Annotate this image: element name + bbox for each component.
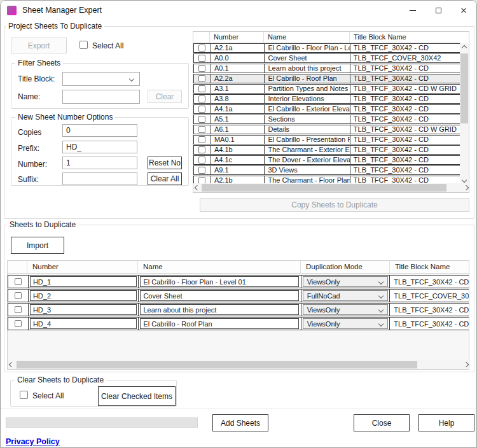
close-button[interactable]: Close bbox=[354, 414, 410, 431]
project-sheet-row[interactable]: A0.0Cover SheetTLB_TFCF_COVER_30X42 bbox=[193, 53, 461, 63]
row-checkbox[interactable] bbox=[198, 126, 205, 133]
title-bar[interactable]: Sheet Manager Expert × bbox=[1, 1, 476, 20]
scroll-right-arrow[interactable] bbox=[462, 360, 469, 369]
row-checkbox[interactable] bbox=[198, 157, 205, 164]
project-sheet-row[interactable]: A3.8Interior ElevationsTLB_TFCF_30X42 - … bbox=[193, 94, 461, 104]
row-checkbox-cell bbox=[194, 85, 211, 93]
horizontal-scrollbar[interactable] bbox=[8, 360, 469, 369]
duplicate-name-input[interactable] bbox=[140, 276, 299, 287]
row-checkbox-cell bbox=[194, 64, 211, 73]
duplication-mode-dropdown[interactable]: FullNoCad bbox=[303, 290, 388, 301]
title-block-column-header: Title Block Name bbox=[350, 32, 461, 43]
project-sheet-row[interactable]: MA0.1El Cabrillo - Presentation PlanTLB_… bbox=[193, 135, 461, 144]
row-checkbox[interactable] bbox=[198, 45, 205, 52]
row-checkbox[interactable] bbox=[198, 55, 205, 62]
vertical-scrollbar[interactable] bbox=[460, 43, 469, 185]
duplicate-number-input[interactable] bbox=[30, 276, 137, 287]
number-cell bbox=[28, 318, 139, 330]
row-checkbox[interactable] bbox=[198, 75, 205, 82]
chevron-down-icon bbox=[462, 178, 467, 183]
add-sheets-button[interactable]: Add Sheets bbox=[212, 414, 268, 431]
row-checkbox[interactable] bbox=[198, 85, 205, 92]
scroll-left-arrow[interactable] bbox=[193, 183, 201, 192]
duplicate-sheet-row[interactable]: ViewsOnlyTLB_TFCF_30X42 - CD bbox=[8, 317, 469, 330]
project-sheet-row[interactable]: A4.1bThe Charmant - Exterior ElevaTLB_TF… bbox=[193, 145, 461, 155]
name-filter-input[interactable] bbox=[62, 90, 140, 104]
row-checkbox[interactable] bbox=[198, 116, 205, 123]
row-checkbox[interactable] bbox=[15, 320, 22, 327]
project-sheet-row[interactable]: A2.1aEl Cabrillo - Floor Plan - Level 01… bbox=[193, 43, 461, 53]
duplicate-sheet-row[interactable]: FullNoCadTLB_TFCF_COVER_30X42 bbox=[8, 289, 469, 302]
copy-sheets-to-duplicate-button[interactable]: Copy Sheets to Duplicate bbox=[200, 198, 469, 212]
project-sheet-row[interactable]: A5.1SectionsTLB_TFCF_30X42 - CD bbox=[193, 115, 461, 124]
duplicate-number-input[interactable] bbox=[30, 290, 137, 301]
duplicate-name-input[interactable] bbox=[140, 290, 299, 301]
title-block-filter-dropdown[interactable] bbox=[62, 72, 140, 86]
scroll-right-arrow[interactable] bbox=[462, 183, 469, 192]
name-cell bbox=[138, 304, 300, 316]
sheet-number: A4.1a bbox=[211, 105, 265, 113]
horizontal-scroll-thumb[interactable] bbox=[202, 184, 446, 192]
sheet-title-block: TLB_TFCF_30X42 - CD W GRID bbox=[350, 85, 460, 93]
number-input[interactable] bbox=[62, 157, 137, 169]
row-checkbox[interactable] bbox=[198, 136, 205, 143]
duplicate-sheet-row[interactable]: ViewsOnlyTLB_TFCF_30X42 - CD bbox=[8, 303, 469, 316]
project-sheet-row[interactable]: A9.13D ViewsTLB_TFCF_30X42 - CD bbox=[193, 165, 461, 175]
vertical-scroll-thumb[interactable] bbox=[460, 53, 468, 123]
row-checkbox[interactable] bbox=[198, 65, 205, 72]
row-checkbox[interactable] bbox=[198, 95, 205, 102]
sheet-number: A6.1 bbox=[211, 125, 265, 134]
reset-number-button[interactable]: Reset No bbox=[148, 157, 182, 169]
row-checkbox[interactable] bbox=[15, 278, 22, 285]
horizontal-scroll-thumb[interactable] bbox=[17, 361, 417, 368]
title-block-filter-label: Title Block: bbox=[18, 74, 55, 83]
scroll-up-arrow[interactable] bbox=[460, 43, 469, 52]
scroll-left-arrow[interactable] bbox=[8, 360, 15, 369]
duplication-mode-dropdown[interactable]: ViewsOnly bbox=[303, 304, 388, 315]
row-checkbox[interactable] bbox=[15, 306, 22, 313]
close-window-button[interactable]: × bbox=[451, 1, 476, 20]
sheet-name: El Cabrillo - Exterior Elevations bbox=[264, 105, 349, 113]
prefix-input[interactable] bbox=[62, 141, 137, 153]
duplication-mode-dropdown[interactable]: ViewsOnly bbox=[303, 276, 388, 287]
duplicate-sheet-row[interactable]: ViewsOnlyTLB_TFCF_30X42 - CD bbox=[8, 275, 469, 288]
clear-all-numbers-button[interactable]: Clear All bbox=[148, 172, 182, 185]
project-sheet-row[interactable]: A4.1cThe Dover - Exterior ElevationTLB_T… bbox=[193, 155, 461, 165]
row-checkbox[interactable] bbox=[198, 146, 205, 153]
clear-filter-button[interactable]: Clear bbox=[148, 90, 182, 103]
sheet-name: Interior Elevations bbox=[264, 95, 349, 103]
checkbox-column-header bbox=[193, 32, 210, 43]
row-checkbox[interactable] bbox=[198, 167, 205, 174]
duplicate-number-input[interactable] bbox=[30, 318, 137, 329]
duplicate-name-input[interactable] bbox=[140, 318, 299, 329]
row-checkbox[interactable] bbox=[15, 292, 22, 299]
project-sheet-row[interactable]: A4.1aEl Cabrillo - Exterior ElevationsTL… bbox=[193, 104, 461, 114]
project-sheet-row[interactable]: A2.2aEl Cabrillo - Roof PlanTLB_TFCF_30X… bbox=[193, 74, 461, 83]
duplicate-number-input[interactable] bbox=[30, 304, 137, 315]
chevron-down-icon bbox=[378, 279, 383, 284]
suffix-input[interactable] bbox=[62, 172, 137, 185]
title-block-cell: TLB_TFCF_30X42 - CD bbox=[389, 276, 469, 288]
project-sheets-table: Number Name Title Block Name A2.1aEl Cab… bbox=[193, 31, 469, 193]
clear-checked-items-button[interactable]: Clear Checked Items bbox=[98, 386, 176, 406]
horizontal-scrollbar[interactable] bbox=[193, 183, 469, 192]
maximize-button[interactable] bbox=[425, 1, 451, 20]
project-sheet-row[interactable]: A6.1DetailsTLB_TFCF_30X42 - CD W GRID bbox=[193, 125, 461, 134]
import-button[interactable]: Import bbox=[11, 237, 64, 254]
app-icon bbox=[7, 6, 17, 15]
export-button[interactable]: Export bbox=[11, 38, 67, 53]
help-button[interactable]: Help bbox=[418, 414, 474, 431]
minimize-button[interactable] bbox=[400, 1, 425, 20]
project-sheet-row[interactable]: A3.1Partition Types and NotesTLB_TFCF_30… bbox=[193, 84, 461, 94]
row-checkbox[interactable] bbox=[198, 106, 205, 113]
row-checkbox-cell bbox=[8, 290, 28, 302]
copies-input[interactable] bbox=[62, 124, 137, 137]
clear-select-all-checkbox[interactable] bbox=[20, 391, 28, 399]
sheet-number: A4.1c bbox=[211, 156, 265, 164]
project-sheet-row[interactable]: A0.1Learn about this projectTLB_TFCF_30X… bbox=[193, 64, 461, 73]
privacy-policy-link[interactable]: Privacy Policy bbox=[6, 437, 60, 446]
row-checkbox-cell bbox=[8, 304, 28, 316]
duplication-mode-dropdown[interactable]: ViewsOnly bbox=[303, 318, 388, 329]
project-select-all-checkbox[interactable] bbox=[80, 41, 88, 49]
duplicate-name-input[interactable] bbox=[140, 304, 299, 315]
